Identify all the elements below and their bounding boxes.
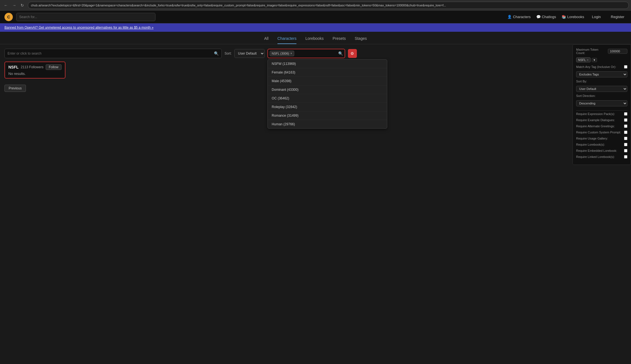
- tag-dropdown-item[interactable]: OC (36462): [268, 94, 387, 103]
- nav-lorebooks-link[interactable]: 📚 Lorebooks: [562, 15, 584, 19]
- url-text: chub.ai/search?excludetopics=&first=20&p…: [31, 4, 446, 7]
- search-button[interactable]: 🔍: [214, 51, 219, 56]
- tab-presets[interactable]: Presets: [333, 36, 346, 44]
- top-nav-links: 👤 Characters 💬 Chatlogs 📚 Lorebooks Logi…: [507, 14, 627, 20]
- panel-tag-row: NSFL × ▼: [576, 57, 627, 62]
- require-expression-row: Require Expression Pack(s):: [576, 112, 627, 116]
- max-token-row: Maximum Token Count:: [576, 48, 627, 55]
- active-tag-chip: NSFL (3006) ×: [270, 51, 294, 56]
- tag-dropdown-item[interactable]: NSFW (113969): [268, 60, 387, 68]
- search-input[interactable]: [8, 52, 214, 55]
- panel-chevron-button[interactable]: ▼: [592, 58, 597, 62]
- top-search-input[interactable]: [16, 13, 155, 21]
- sort-direction-label: Sort Direction:: [576, 94, 596, 97]
- require-usage-label: Require Usage Gallery:: [576, 137, 608, 140]
- require-dialogues-row: Require Example Dialogues:: [576, 118, 627, 122]
- sort-by-row: Sort By:: [576, 80, 627, 83]
- tag-filter-container: NSFL (3006) × 🔍 NSFW (113969) Female (64…: [267, 49, 345, 58]
- require-embedded-label: Require Embedded Lorebook:: [576, 149, 617, 152]
- match-any-tag-checkbox[interactable]: [624, 65, 627, 69]
- back-button[interactable]: ←: [2, 3, 9, 8]
- tag-dropdown-item[interactable]: Dominant (43300): [268, 85, 387, 94]
- reload-button[interactable]: ↻: [19, 3, 26, 8]
- nav-lorebooks-label: Lorebooks: [567, 15, 584, 19]
- tag-dropdown-item[interactable]: Female (64163): [268, 68, 387, 77]
- require-dialogues-label: Require Example Dialogues:: [576, 118, 615, 122]
- panel-tag-label: NSFL: [578, 58, 586, 62]
- nsfl-label: NSFL: [8, 65, 19, 69]
- tag-dropdown-item[interactable]: Roleplay (32842): [268, 103, 387, 111]
- require-custom-row: Require Custom System Prompt:: [576, 131, 627, 134]
- banner-link[interactable]: Banned from OpenAI? Get unmetered access…: [4, 26, 154, 30]
- max-token-label: Maximum Token Count:: [576, 48, 608, 55]
- require-custom-label: Require Custom System Prompt:: [576, 131, 621, 134]
- url-bar[interactable]: chub.ai/search?excludetopics=&first=20&p…: [28, 2, 629, 9]
- sort-select[interactable]: User Default Most Popular Most Recent To…: [234, 49, 265, 58]
- nsfl-box: NSFL 2113 Followers Follow No results.: [4, 62, 65, 79]
- nsfl-followers: 2113 Followers: [21, 65, 43, 69]
- match-any-tag-row: Match Any Tag (Inclusive Or):: [576, 65, 627, 69]
- login-button[interactable]: Login: [590, 14, 603, 20]
- require-lorebook-label: Require Lorebook(s):: [576, 143, 605, 146]
- sort-direction-select[interactable]: Descending Ascending: [576, 100, 627, 106]
- logo: C: [4, 13, 13, 21]
- banner: Banned from OpenAI? Get unmetered access…: [0, 23, 631, 32]
- forward-button[interactable]: →: [11, 3, 18, 8]
- tag-search-button[interactable]: 🔍: [338, 51, 343, 56]
- browser-bar: ← → ↻ chub.ai/search?excludetopics=&firs…: [0, 0, 631, 11]
- characters-icon: 👤: [507, 15, 512, 19]
- require-linked-checkbox[interactable]: [624, 155, 627, 158]
- require-greetings-checkbox[interactable]: [624, 124, 627, 128]
- nsfl-header: NSFL 2113 Followers Follow: [8, 64, 62, 70]
- require-linked-row: Require Linked Lorebook(s):: [576, 155, 627, 158]
- tag-dropdown: NSFW (113969) Female (64163) Male (45398…: [267, 59, 387, 129]
- sort-by-select[interactable]: User Default Most Popular Most Recent: [576, 86, 627, 92]
- panel-tag-remove-button[interactable]: ×: [587, 58, 588, 62]
- browser-nav-buttons: ← → ↻: [2, 3, 26, 8]
- sort-direction-row: Sort Direction:: [576, 94, 627, 97]
- active-tag-label: NSFL (3006): [272, 52, 289, 55]
- main-content: 🔍 Sort: User Default Most Popular Most R…: [0, 44, 631, 96]
- tag-dropdown-item[interactable]: Male (45398): [268, 77, 387, 85]
- require-usage-checkbox[interactable]: [624, 137, 627, 140]
- require-dialogues-checkbox[interactable]: [624, 118, 627, 122]
- require-expression-label: Require Expression Pack(s):: [576, 112, 615, 116]
- require-embedded-checkbox[interactable]: [624, 149, 627, 152]
- register-button[interactable]: Register: [609, 14, 627, 20]
- require-linked-label: Require Linked Lorebook(s):: [576, 155, 615, 158]
- excludes-tags-select[interactable]: Excludes Tags: [576, 71, 627, 77]
- top-nav: C 👤 Characters 💬 Chatlogs 📚 Lorebooks Lo…: [0, 11, 631, 23]
- require-lorebook-row: Require Lorebook(s):: [576, 143, 627, 146]
- previous-button[interactable]: Previous: [4, 85, 26, 92]
- panel-tag: NSFL ×: [576, 57, 591, 62]
- require-custom-checkbox[interactable]: [624, 131, 627, 134]
- lorebooks-icon: 📚: [562, 15, 566, 19]
- tab-characters[interactable]: Characters: [277, 36, 296, 44]
- sort-by-label: Sort By:: [576, 80, 587, 83]
- tag-chip-remove-button[interactable]: ×: [290, 52, 292, 55]
- require-expression-checkbox[interactable]: [624, 112, 627, 116]
- panel-divider: [576, 110, 627, 111]
- require-embedded-row: Require Embedded Lorebook:: [576, 149, 627, 152]
- max-token-input[interactable]: [608, 49, 627, 54]
- search-row: 🔍 Sort: User Default Most Popular Most R…: [4, 49, 627, 58]
- tab-stages[interactable]: Stages: [355, 36, 367, 44]
- tag-filter-input[interactable]: [295, 52, 337, 55]
- nav-characters-link[interactable]: 👤 Characters: [507, 15, 531, 19]
- tab-lorebooks[interactable]: Lorebooks: [305, 36, 323, 44]
- search-box: 🔍: [4, 49, 222, 58]
- nav-chatlogs-link[interactable]: 💬 Chatlogs: [536, 15, 556, 19]
- tab-all[interactable]: All: [264, 36, 269, 44]
- filter-icon-button[interactable]: ⚙: [348, 49, 357, 58]
- require-greetings-row: Require Alternate Greetings:: [576, 124, 627, 128]
- tag-dropdown-item[interactable]: Romance (31499): [268, 111, 387, 120]
- chatlogs-icon: 💬: [536, 15, 541, 19]
- nav-chatlogs-label: Chatlogs: [542, 15, 556, 19]
- sort-label: Sort:: [225, 52, 232, 55]
- match-any-tag-label: Match Any Tag (Inclusive Or):: [576, 65, 616, 69]
- nsfl-follow-button[interactable]: Follow: [46, 64, 62, 70]
- require-lorebook-checkbox[interactable]: [624, 143, 627, 146]
- tabs-bar: All Characters Lorebooks Presets Stages: [0, 32, 631, 44]
- tag-dropdown-item[interactable]: Human (29766): [268, 120, 387, 128]
- nav-characters-label: Characters: [513, 15, 531, 19]
